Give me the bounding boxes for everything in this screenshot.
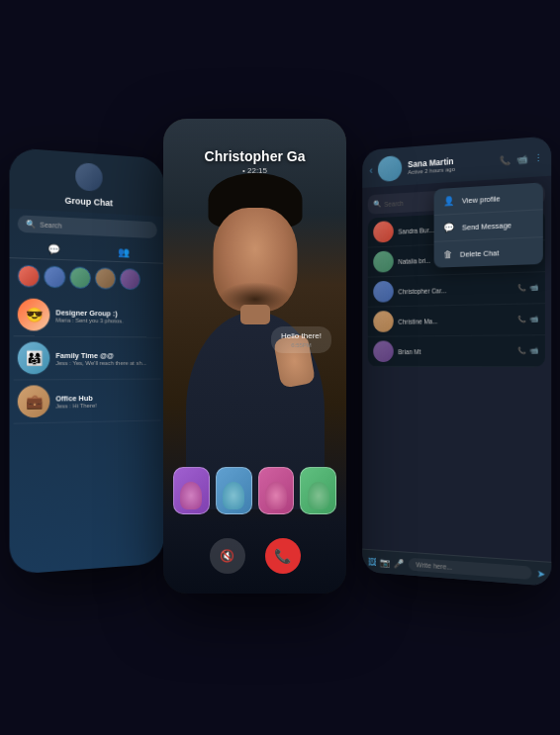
participant-3[interactable] [258,467,295,514]
search-bar[interactable]: 🔍 Search [18,215,157,238]
call-controls: 🔇 📞 [163,538,346,574]
mic-icon[interactable]: 🎤 [394,558,404,569]
avatar-3[interactable] [69,266,91,289]
caller-name: Christopher Ga [163,148,346,164]
office-info: Office Hub Jess : Hi There! [55,393,156,409]
contact-video-icon-3[interactable]: 📹 [529,316,538,323]
family-info: Family Time @@ Jess : Yes, We'll reach t… [55,350,156,365]
search-label: Search [40,222,61,230]
mute-icon: 🔇 [220,549,234,563]
view-profile-icon: 👤 [443,196,454,207]
input-bar: 🖼 📷 🎤 Write here... ➤ [362,549,551,587]
chat-tab-icon[interactable]: 💬 [47,243,59,255]
contact-info: Sana Martin Active 2 hours ago [408,153,494,175]
call-name-bar: Christopher Ga • 22:15 [163,148,346,175]
contact-actions-2: 📞 📹 [517,284,539,293]
family-preview: Jess : Yes, We'll reach there at sh... [55,359,156,365]
contact-item-3[interactable]: Christine Ma... 📞 📹 [368,304,545,337]
participants-row [163,467,346,514]
message-input[interactable]: Write here... [409,558,532,580]
call-background: Christopher Ga • 22:15 Hello there! 6:55… [163,119,346,594]
contact-call-icon-2[interactable]: 📞 [517,284,526,292]
contact-item-2[interactable]: Christopher Car... 📞 📹 [368,272,545,308]
call-time: • 22:15 [163,166,346,175]
participant-1[interactable] [173,467,210,514]
avatar-2[interactable] [44,265,65,288]
message-text: Hello there! [281,331,322,340]
send-button[interactable]: ➤ [537,568,545,580]
contacts-search-icon: 🔍 [373,200,381,208]
contacts-search-label: Search [384,199,403,207]
participant-4[interactable] [300,467,336,514]
back-button[interactable]: ‹ [370,164,373,175]
contact-call-icon-3[interactable]: 📞 [517,316,526,323]
group-tab-icon[interactable]: 👥 [118,246,129,257]
avatar-4[interactable] [95,267,116,290]
send-message-icon: 💬 [443,223,454,232]
delete-chat-label: Delete Chat [460,248,499,259]
header-actions: 📞 📹 ⋮ [500,152,543,165]
designer-preview: Maria : Sent you 3 photos. [55,317,156,323]
left-header: Group Chat [10,147,165,217]
avatar-1[interactable] [18,265,40,288]
contact-avatar [378,155,402,182]
contact-avatar-3 [373,311,393,332]
designer-avatar: 😎 [18,298,50,330]
contact-call-icon-4[interactable]: 📞 [517,347,526,355]
contact-name-2: Christopher Car... [398,285,513,295]
office-avatar: 💼 [18,385,50,417]
contact-actions-3: 📞 📹 [517,316,539,324]
chat-item-office[interactable]: 💼 Office Hub Jess : Hi There! [14,380,161,424]
contact-name-3: Christine Ma... [398,317,513,325]
end-call-icon: 📞 [274,548,291,564]
profile-avatar [75,162,102,192]
contact-actions-4: 📞 📹 [517,347,539,355]
video-action-icon[interactable]: 📹 [516,154,527,165]
caller-photo [163,119,346,594]
contact-video-icon-4[interactable]: 📹 [529,347,538,355]
input-placeholder: Write here... [416,561,452,571]
menu-item-delete-chat[interactable]: 🗑 Delete Chat [434,237,543,268]
view-profile-label: View profile [462,194,501,205]
contact-avatar-2 [373,281,393,303]
camera-icon[interactable]: 📷 [380,557,390,568]
contact-avatar-1 [373,250,393,272]
delete-chat-icon: 🗑 [443,249,452,259]
avatar-5[interactable] [120,268,140,290]
left-title: Group Chat [18,193,157,211]
right-header: ‹ Sana Martin Active 2 hours ago 📞 📹 ⋮ [362,136,551,188]
end-call-button[interactable]: 📞 [265,538,301,574]
office-preview: Jess : Hi There! [55,401,156,409]
message-bubble: Hello there! 6:55PM [271,326,331,353]
contact-avatar-4 [373,340,393,362]
contact-item-4[interactable]: Brian Mt 📞 📹 [368,335,545,367]
context-menu: 👤 View profile 💬 Send Message 🗑 Delete C… [434,182,543,267]
call-action-icon[interactable]: 📞 [500,155,511,166]
chat-list: 😎 Designer Group :) Maria : Sent you 3 p… [10,293,165,424]
mute-button[interactable]: 🔇 [210,538,245,574]
more-action-icon[interactable]: ⋮ [534,152,543,163]
participant-2[interactable] [216,467,252,514]
input-icons: 🖼 📷 🎤 [368,556,404,568]
phone-right: ‹ Sana Martin Active 2 hours ago 📞 📹 ⋮ 👤… [362,136,551,586]
contact-video-icon-2[interactable]: 📹 [529,284,538,292]
chat-item-family[interactable]: 👨‍👩‍👧 Family Time @@ Jess : Yes, We'll r… [14,336,161,380]
family-avatar: 👨‍👩‍👧 [18,342,50,375]
contact-avatar-0 [373,221,393,242]
send-message-label: Send Message [462,221,512,232]
contact-name-4: Brian Mt [398,347,513,354]
designer-info: Designer Group :) Maria : Sent you 3 pho… [55,308,156,324]
message-time: 6:55PM [281,342,322,348]
chat-item-designer[interactable]: 😎 Designer Group :) Maria : Sent you 3 p… [14,293,161,337]
scene: Group Chat 🔍 Search 💬 👥 😎 Designer Grou [0,0,560,735]
avatars-row [10,258,165,297]
family-name: Family Time @@ [55,350,156,359]
phone-center: Christopher Ga • 22:15 Hello there! 6:55… [163,119,346,594]
image-icon[interactable]: 🖼 [368,556,376,566]
phone-left: Group Chat 🔍 Search 💬 👥 😎 Designer Grou [10,147,165,575]
search-icon: 🔍 [26,220,36,230]
